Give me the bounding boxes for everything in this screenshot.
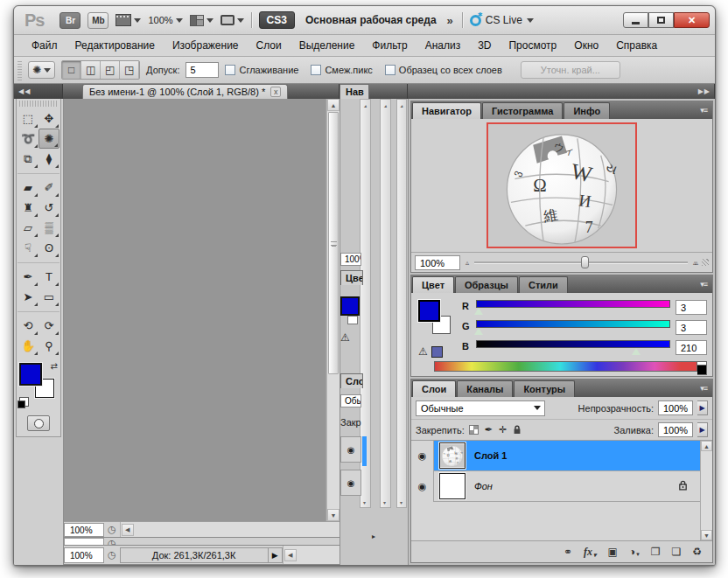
horizontal-scrollbar[interactable]: ◀ [283,546,340,564]
pen-tool[interactable]: ✒ [18,267,38,287]
menu-файл[interactable]: Файл [23,36,66,55]
hand-tool[interactable]: ✋ [18,336,38,356]
scroll-left-icon[interactable]: ◀ [284,549,297,561]
crop-tool[interactable]: ⧉ [18,149,38,169]
horizontal-scrollbar[interactable]: ◀ [120,522,340,537]
document-tab-close-icon[interactable]: x [270,87,281,97]
type-tool[interactable]: T [38,267,60,287]
path-selection-tool[interactable]: ➤ [18,287,38,307]
magic-wand-tool[interactable]: ✺ [38,129,60,149]
swap-colors-icon[interactable]: ⇄ [51,361,58,371]
gradient-tool[interactable]: ▒ [38,218,60,238]
navigator-tab-1[interactable]: Навигатор [412,102,481,119]
visibility-toggle[interactable]: ◉ [411,441,434,471]
foreground-color-swatch[interactable] [418,300,440,322]
navigator-tab-3[interactable]: Инфо [564,102,610,119]
tolerance-input[interactable] [186,62,219,78]
opacity-field[interactable]: 100% [658,400,693,415]
status-flyout-button[interactable]: ▶ [269,547,283,563]
close-button[interactable]: ✕ [674,12,710,28]
new-selection-button[interactable]: □ [62,61,81,79]
new-layer-button[interactable]: ❏ [671,546,681,558]
color-tab-1[interactable]: Цвет [412,276,454,293]
scroll-down-icon[interactable]: ▼ [327,509,340,521]
canvas[interactable] [64,99,326,521]
cs-live-button[interactable]: CS Live [470,14,534,26]
channel-ramp[interactable] [476,340,670,356]
layer-style-button[interactable]: fx▾ [584,546,597,559]
move-tool[interactable]: ✥ [38,108,60,129]
subtract-from-selection-button[interactable]: ◰ [101,61,120,79]
smudge-tool[interactable]: ☟ [18,238,38,258]
menu-анализ[interactable]: Анализ [416,36,470,55]
checkbox-option-1[interactable]: Смеж.пикс [311,65,372,75]
opacity-slider-button[interactable]: ▶ [697,400,708,415]
3d-rotate-tool[interactable]: ⟲ [18,316,38,336]
navigator-proxy-view[interactable]: WΩИ維7ウィვય [486,122,637,248]
zoom-in-icon[interactable]: ▵▵ [693,259,696,267]
checkbox-icon[interactable] [225,65,235,75]
navigator-zoom-field[interactable]: 100% [415,255,460,270]
menu-слои[interactable]: Слои [248,36,290,55]
checkbox-icon[interactable] [385,65,396,75]
channel-ramp[interactable] [476,300,670,316]
menu-фильтр[interactable]: Фильтр [363,36,416,55]
blend-mode-select[interactable]: Обычные [416,400,545,416]
add-layer-mask-button[interactable]: ▣ [608,546,618,558]
zoom-slider-thumb[interactable] [581,256,589,268]
layers-tab-3[interactable]: Контуры [514,380,575,397]
menu-просмотр[interactable]: Просмотр [500,36,565,55]
channel-slider-thumb[interactable] [474,328,483,335]
checkbox-option-0[interactable]: Сглаживание [225,65,298,75]
new-group-button[interactable]: ❐ [651,546,661,558]
scroll-up-icon[interactable]: ▲ [701,441,712,451]
menu-справка[interactable]: Справка [607,36,666,55]
history-brush-tool[interactable]: ↺ [38,198,60,218]
zoom-tool[interactable]: ⚲ [38,336,60,356]
zoom-level-button[interactable]: 100% [148,15,182,25]
menu-окно[interactable]: Окно [565,36,607,55]
zoom-out-icon[interactable]: ▵ [466,259,469,267]
gamut-proxy-swatch[interactable] [431,346,443,358]
channel-value-field[interactable]: 3 [676,320,707,335]
rectangle-shape-tool[interactable]: ▭ [38,287,60,307]
dock-collapse-bar[interactable]: ▶▶ [408,84,715,99]
quick-mask-button[interactable] [27,415,50,431]
fill-slider-button[interactable]: ▶ [697,422,708,437]
visibility-toggle[interactable]: ◉ [411,471,434,502]
layer-thumbnail[interactable]: WΩИ維7ウィვય [439,442,466,469]
layers-scrollbar[interactable]: ▲ ▼ [700,441,712,540]
black-shortcut-swatch[interactable] [697,365,707,375]
checkbox-icon[interactable] [311,65,321,75]
toolbox-collapse-bar[interactable]: ◀◀ [14,84,63,99]
menu-выделение[interactable]: Выделение [290,36,364,55]
color-tab-3[interactable]: Стили [519,276,568,293]
channel-value-field[interactable]: 210 [676,340,707,355]
minimize-button[interactable] [623,12,648,28]
gamut-warning-icon[interactable]: ⚠ [418,345,428,358]
intersect-selection-button[interactable]: ◳ [120,61,139,79]
dodge-tool[interactable]: ʘ [38,238,60,258]
default-colors-icon[interactable] [18,400,25,408]
channel-ramp-track[interactable] [476,300,670,308]
color-spectrum-ramp[interactable] [434,361,697,372]
channel-slider-thumb[interactable] [474,308,483,315]
layers-tab-1[interactable]: Слои [412,380,456,397]
layers-tab-2[interactable]: Каналы [457,380,513,397]
scroll-up-icon[interactable]: ▲ [327,99,340,111]
toolbox-grip[interactable] [19,101,58,107]
layer-row-2[interactable]: ◉Фон [411,471,700,502]
refine-edge-button[interactable]: Уточн. край... [521,61,620,79]
3d-orbit-tool[interactable]: ⟳ [38,316,60,336]
lock-pixels-button[interactable]: ✒ [485,424,493,435]
workspace-label[interactable]: Основная рабочая среда [305,14,437,26]
scroll-left-icon[interactable]: ◀ [122,524,134,536]
fill-field[interactable]: 100% [658,422,693,437]
layers-menu-icon[interactable]: ▾≡ [700,384,712,393]
channel-slider-thumb[interactable] [632,348,640,355]
layer-row-1[interactable]: ◉WΩИ維7ウィვયСлой 1 [411,441,700,471]
eyedropper-tool[interactable]: ⧫ [38,149,60,169]
link-layers-button[interactable]: ⚭ [564,546,572,558]
channel-ramp-track[interactable] [476,320,670,328]
mini-bridge-button[interactable]: Mb [88,12,108,29]
